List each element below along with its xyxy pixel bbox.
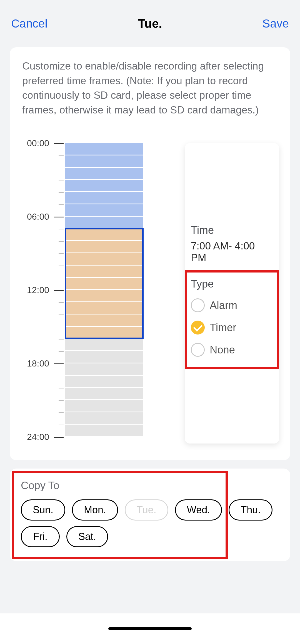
time-slot[interactable] <box>65 400 143 412</box>
tick-minor <box>59 155 64 156</box>
time-slot[interactable] <box>65 412 143 425</box>
day-pill-wed[interactable]: Wed. <box>175 499 222 521</box>
type-radio-group: AlarmTimerNone <box>191 298 273 357</box>
page-title: Tue. <box>138 17 162 31</box>
radio-unchecked-icon <box>191 343 205 357</box>
tick-major <box>54 143 64 144</box>
tick-minor <box>59 339 64 340</box>
time-slot[interactable] <box>65 266 143 278</box>
tick-minor <box>59 412 64 413</box>
selection-panel: Time 7:00 AM- 4:00 PM Type AlarmTimerNon… <box>185 143 279 444</box>
copy-to-heading: Copy To <box>21 480 279 492</box>
tick-major <box>54 217 64 217</box>
time-slot[interactable] <box>65 241 143 253</box>
time-slots[interactable] <box>65 143 143 437</box>
tick-minor <box>59 241 64 242</box>
time-slot[interactable] <box>65 425 143 437</box>
tick-major <box>54 290 64 291</box>
tick-minor <box>59 278 64 278</box>
day-pill-sun[interactable]: Sun. <box>21 499 65 521</box>
time-slot[interactable] <box>65 143 143 155</box>
save-button[interactable]: Save <box>262 17 289 30</box>
day-pill-mon[interactable]: Mon. <box>72 499 118 521</box>
radio-unchecked-icon <box>191 298 205 312</box>
tick-minor <box>59 302 64 303</box>
tick-minor <box>59 229 64 229</box>
tick-major <box>54 363 64 364</box>
time-slot[interactable] <box>65 376 143 388</box>
time-slot[interactable] <box>65 155 143 168</box>
time-slot[interactable] <box>65 204 143 217</box>
type-option-label: Alarm <box>210 299 237 311</box>
header-bar: Cancel Tue. Save <box>0 0 300 47</box>
tick-minor <box>59 327 64 327</box>
time-label: 18:00 <box>27 358 49 369</box>
instruction-text: Customize to enable/disable recording af… <box>22 59 278 117</box>
day-pill-sat[interactable]: Sat. <box>66 526 108 547</box>
time-slot[interactable] <box>65 168 143 180</box>
copy-to-card: Copy To Sun.Mon.Tue.Wed.Thu.Fri.Sat. <box>10 469 290 561</box>
timeline[interactable]: 00:0006:0012:0018:0024:00 <box>21 143 143 444</box>
tick-minor <box>59 180 64 180</box>
day-pill-tue: Tue. <box>125 499 168 521</box>
schedule-card: 00:0006:0012:0018:0024:00 Time 7:00 AM- … <box>10 129 290 460</box>
tick-minor <box>59 425 64 425</box>
time-label: 12:00 <box>27 285 49 295</box>
tick-minor <box>59 266 64 266</box>
time-axis-labels: 00:0006:0012:0018:0024:00 <box>21 143 54 437</box>
tick-minor <box>59 351 64 352</box>
time-slot[interactable] <box>65 388 143 400</box>
time-slot[interactable] <box>65 363 143 376</box>
time-slot[interactable] <box>65 278 143 290</box>
time-slot[interactable] <box>65 229 143 241</box>
time-label: 00:00 <box>27 138 49 148</box>
time-label: 06:00 <box>27 212 49 222</box>
tick-minor <box>59 253 64 254</box>
radio-checked-icon <box>191 321 205 335</box>
type-option-none[interactable]: None <box>191 343 273 357</box>
panel-type-heading: Type <box>191 278 273 290</box>
tick-minor <box>59 388 64 388</box>
time-axis-ticks <box>54 143 65 437</box>
home-indicator <box>108 627 192 630</box>
copy-to-days: Sun.Mon.Tue.Wed.Thu.Fri.Sat. <box>21 499 279 547</box>
instruction-card: Customize to enable/disable recording af… <box>10 47 290 129</box>
time-slot[interactable] <box>65 217 143 229</box>
tick-minor <box>59 192 64 193</box>
tick-minor <box>59 376 64 376</box>
time-slot[interactable] <box>65 351 143 363</box>
tick-major <box>54 437 64 438</box>
type-option-label: None <box>210 344 235 356</box>
tick-minor <box>59 314 64 315</box>
type-option-label: Timer <box>210 322 236 334</box>
time-slot[interactable] <box>65 253 143 266</box>
time-label: 24:00 <box>27 432 49 442</box>
time-slot[interactable] <box>65 302 143 314</box>
time-slot[interactable] <box>65 192 143 204</box>
panel-time-heading: Time <box>191 224 273 236</box>
cancel-button[interactable]: Cancel <box>11 17 48 30</box>
tick-minor <box>59 168 64 168</box>
type-option-alarm[interactable]: Alarm <box>191 298 273 312</box>
day-pill-fri[interactable]: Fri. <box>21 526 60 547</box>
day-pill-thu[interactable]: Thu. <box>229 499 272 521</box>
tick-minor <box>59 400 64 401</box>
time-slot[interactable] <box>65 327 143 339</box>
time-slot[interactable] <box>65 314 143 327</box>
time-slot[interactable] <box>65 290 143 302</box>
type-option-timer[interactable]: Timer <box>191 321 273 335</box>
home-indicator-area <box>0 613 300 644</box>
panel-time-section: Time 7:00 AM- 4:00 PM <box>185 218 279 270</box>
panel-type-section: Type AlarmTimerNone <box>185 270 279 369</box>
panel-time-value: 7:00 AM- 4:00 PM <box>191 240 273 264</box>
tick-minor <box>59 204 64 205</box>
time-slot[interactable] <box>65 339 143 351</box>
time-slot[interactable] <box>65 180 143 192</box>
